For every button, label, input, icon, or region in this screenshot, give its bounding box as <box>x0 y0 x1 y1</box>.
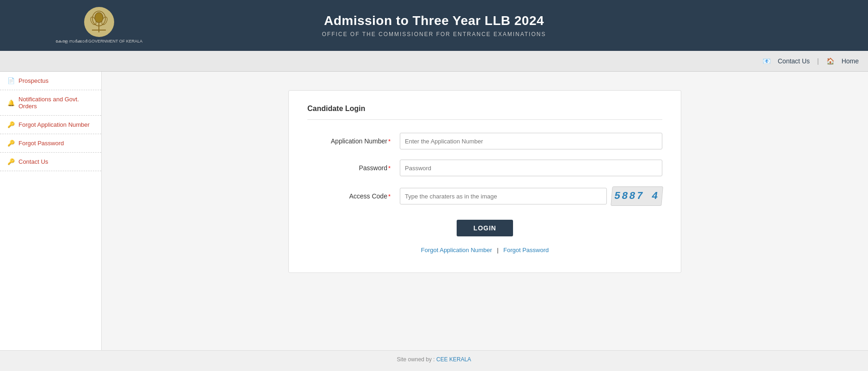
contact-us-nav-link[interactable]: Contact Us <box>778 57 810 65</box>
logo-text: കേരള സർക്കാർ GOVERNMENT OF KERALA <box>55 39 142 44</box>
forgot-application-link[interactable]: Forgot Application Number <box>421 247 492 254</box>
access-code-row: Access Code* 5887 4 <box>307 186 662 206</box>
forgot-separator: | <box>497 247 498 254</box>
sidebar-item-contact-us[interactable]: 🔑 Contact Us <box>0 153 101 171</box>
application-number-row: Application Number* <box>307 133 662 149</box>
sidebar-item-contact-us-label: Contact Us <box>18 158 48 165</box>
logo-area: കേരള സർക്കാർ GOVERNMENT OF KERALA <box>55 7 142 44</box>
nav-bar: 📧 Contact Us | 🏠 Home <box>0 51 868 72</box>
sidebar: 📄 Prospectus 🔔 Notifications and Govt. O… <box>0 72 102 350</box>
notifications-icon: 🔔 <box>7 99 15 106</box>
login-title: Candidate Login <box>307 105 662 120</box>
sidebar-item-notifications-label: Notifications and Govt. Orders <box>18 96 94 110</box>
footer: Site owned by : CEE KERALA <box>0 350 868 368</box>
password-row: Password* <box>307 160 662 176</box>
main-content: Candidate Login Application Number* Pass… <box>102 72 868 350</box>
access-code-input[interactable] <box>400 188 607 204</box>
sidebar-item-forgot-application[interactable]: 🔑 Forgot Application Number <box>0 116 101 134</box>
login-button-row: LOGIN <box>307 220 662 236</box>
footer-link[interactable]: CEE KERALA <box>436 356 471 363</box>
password-input[interactable] <box>400 160 662 176</box>
nav-divider: | <box>817 57 819 65</box>
application-number-label: Application Number* <box>307 137 400 145</box>
prospectus-icon: 📄 <box>7 77 15 84</box>
forgot-pass-icon: 🔑 <box>7 140 15 147</box>
forgot-links: Forgot Application Number | Forgot Passw… <box>307 246 662 254</box>
nav-links: 📧 Contact Us | 🏠 Home <box>763 57 859 65</box>
forgot-app-icon: 🔑 <box>7 121 15 128</box>
password-label: Password* <box>307 164 400 172</box>
contact-icon: 📧 <box>763 57 770 65</box>
access-code-label: Access Code* <box>307 192 400 200</box>
captcha-image: 5887 4 <box>611 186 663 206</box>
login-button[interactable]: LOGIN <box>457 220 513 236</box>
header: കേരള സർക്കാർ GOVERNMENT OF KERALA Admiss… <box>0 0 868 51</box>
sidebar-item-forgot-password[interactable]: 🔑 Forgot Password <box>0 134 101 153</box>
main-layout: 📄 Prospectus 🔔 Notifications and Govt. O… <box>0 72 868 350</box>
home-nav-link[interactable]: Home <box>842 57 859 65</box>
contact-icon-sidebar: 🔑 <box>7 158 15 165</box>
sidebar-item-prospectus-label: Prospectus <box>18 77 49 84</box>
sidebar-item-forgot-application-label: Forgot Application Number <box>18 121 90 128</box>
sidebar-item-forgot-password-label: Forgot Password <box>18 140 64 147</box>
login-box: Candidate Login Application Number* Pass… <box>288 90 681 273</box>
page-subtitle: OFFICE OF THE COMMISSIONER FOR ENTRANCE … <box>322 31 546 37</box>
home-icon: 🏠 <box>826 57 834 65</box>
captcha-text: 5887 4 <box>614 191 659 202</box>
header-title-area: Admission to Three Year LLB 2024 OFFICE … <box>322 13 546 37</box>
forgot-password-link[interactable]: Forgot Password <box>503 247 549 254</box>
sidebar-item-notifications[interactable]: 🔔 Notifications and Govt. Orders <box>0 90 101 116</box>
application-number-input[interactable] <box>400 133 662 149</box>
logo-emblem <box>84 7 114 37</box>
sidebar-item-prospectus[interactable]: 📄 Prospectus <box>0 72 101 90</box>
footer-text: Site owned by : <box>397 356 436 363</box>
page-title: Admission to Three Year LLB 2024 <box>322 13 546 28</box>
